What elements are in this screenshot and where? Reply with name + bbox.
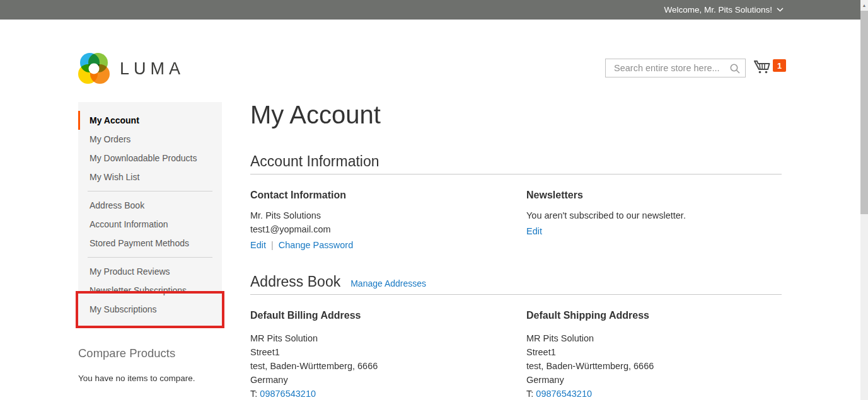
page-title: My Account	[250, 101, 782, 129]
top-bar: Welcome, Mr. Pits Solutions!	[0, 0, 860, 20]
search-input[interactable]	[606, 59, 745, 77]
address-book-heading: Address Book	[250, 273, 340, 290]
sidebar-item-stored-payment-methods[interactable]: Stored Payment Methods	[78, 234, 222, 253]
chevron-down-icon	[777, 8, 784, 12]
vertical-scrollbar[interactable]: ▲	[860, 0, 868, 400]
address-book-blocks: Default Billing Address MR Pits Solution…	[250, 310, 782, 400]
welcome-text: Welcome, Mr. Pits Solutions!	[664, 5, 772, 14]
billing-address-line: MR Pits Solution	[250, 331, 526, 345]
contact-email: test1@yopmail.com	[250, 222, 526, 236]
address-book-section-header: Address Book Manage Addresses	[250, 273, 782, 295]
page-header: LUMA 1	[0, 20, 860, 93]
newsletters-block: Newsletters You aren't subscribed to our…	[526, 190, 782, 250]
default-shipping-address-block: Default Shipping Address MR Pits Solutio…	[526, 310, 782, 400]
scroll-up-icon[interactable]: ▲	[860, 0, 868, 11]
account-information-section-header: Account Information	[250, 152, 782, 174]
sidebar-item-my-wish-list[interactable]: My Wish List	[78, 168, 222, 186]
nav-divider	[88, 257, 212, 258]
sidebar-item-my-downloadable-products[interactable]: My Downloadable Products	[78, 149, 222, 168]
billing-phone-line: T: 09876543210	[250, 387, 526, 400]
billing-address-line: Street1	[250, 345, 526, 359]
default-billing-address-title: Default Billing Address	[250, 310, 526, 321]
search-icon[interactable]	[729, 63, 741, 77]
account-menu-toggle[interactable]: Welcome, Mr. Pits Solutions!	[664, 0, 784, 20]
luma-logo-icon	[78, 53, 110, 84]
shipping-address-line: Germany	[526, 373, 782, 387]
compare-products-heading: Compare Products	[78, 346, 175, 360]
minicart-button[interactable]: 1	[754, 59, 786, 77]
contact-information-block: Contact Information Mr. Pits Solutions t…	[250, 190, 526, 250]
cart-count-badge: 1	[773, 59, 786, 72]
contact-information-title: Contact Information	[250, 190, 526, 201]
billing-phone-link[interactable]: 09876543210	[260, 389, 316, 399]
change-password-link[interactable]: Change Password	[279, 240, 354, 250]
phone-label: T:	[526, 389, 533, 399]
newsletters-title: Newsletters	[526, 190, 782, 201]
cart-icon	[754, 59, 770, 77]
default-shipping-address-title: Default Shipping Address	[526, 310, 782, 321]
shipping-address-line: test, Baden-Württemberg, 6666	[526, 359, 782, 373]
shipping-phone-link[interactable]: 09876543210	[536, 389, 592, 399]
nav-divider	[88, 191, 212, 191]
sidebar-item-account-information[interactable]: Account Information	[78, 215, 222, 234]
main-content: My Account Account Information Contact I…	[250, 101, 782, 400]
compare-products-empty-text: You have no items to compare.	[78, 374, 195, 383]
account-information-heading: Account Information	[250, 152, 379, 170]
sidebar-item-my-account[interactable]: My Account	[78, 111, 222, 130]
sidebar-item-newsletter-subscriptions[interactable]: Newsletter Subscriptions	[78, 281, 222, 300]
billing-address-line: test, Baden-Württemberg, 6666	[250, 359, 526, 373]
billing-address-line: Germany	[250, 373, 526, 387]
edit-newsletter-link[interactable]: Edit	[526, 226, 542, 236]
phone-label: T:	[250, 389, 257, 399]
newsletter-status-text: You aren't subscribed to our newsletter.	[526, 209, 782, 222]
sidebar-item-my-product-reviews[interactable]: My Product Reviews	[78, 262, 222, 281]
sidebar-item-address-book[interactable]: Address Book	[78, 196, 222, 215]
edit-contact-link[interactable]: Edit	[250, 240, 266, 250]
account-sidebar-nav: My Account My Orders My Downloadable Pro…	[78, 102, 222, 328]
search-box	[605, 59, 746, 77]
manage-addresses-link[interactable]: Manage Addresses	[350, 278, 426, 289]
sidebar-item-my-orders[interactable]: My Orders	[78, 130, 222, 149]
default-billing-address-block: Default Billing Address MR Pits Solution…	[250, 310, 526, 400]
sidebar-item-my-subscriptions[interactable]: My Subscriptions	[78, 300, 222, 319]
luma-logo[interactable]: LUMA	[78, 53, 185, 84]
shipping-address-line: Street1	[526, 345, 782, 359]
account-information-blocks: Contact Information Mr. Pits Solutions t…	[250, 190, 782, 250]
contact-name: Mr. Pits Solutions	[250, 209, 526, 222]
shipping-phone-line: T: 09876543210	[526, 387, 782, 400]
link-separator: |	[271, 240, 274, 250]
shipping-address-line: MR Pits Solution	[526, 331, 782, 345]
scrollbar-thumb[interactable]	[860, 11, 868, 214]
logo-text: LUMA	[120, 59, 185, 79]
